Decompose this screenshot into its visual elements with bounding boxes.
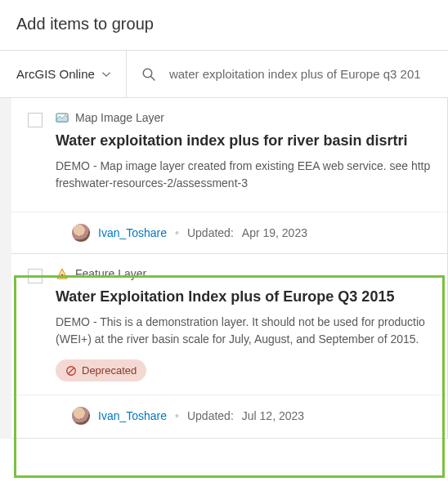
dialog-title-text: Add items to group bbox=[16, 15, 154, 33]
item-type-label: Feature Layer bbox=[75, 267, 146, 280]
search-icon bbox=[141, 67, 156, 82]
search-input[interactable] bbox=[169, 67, 433, 81]
feature-layer-icon bbox=[56, 267, 69, 280]
result-card-body: Map Image Layer Water exploitation index… bbox=[11, 98, 447, 212]
item-title[interactable]: Water exploitation index plus for river … bbox=[56, 132, 436, 149]
deprecated-badge: Deprecated bbox=[56, 359, 146, 381]
source-dropdown-label: ArcGIS Online bbox=[16, 67, 95, 81]
result-content: Map Image Layer Water exploitation index… bbox=[56, 111, 436, 198]
chevron-down-icon bbox=[101, 69, 111, 79]
item-description: DEMO - This is a demonstration layer. It… bbox=[56, 314, 436, 348]
avatar bbox=[72, 407, 90, 425]
updated-label: Updated: bbox=[187, 226, 234, 239]
deprecated-icon bbox=[65, 365, 77, 377]
updated-value: Apr 19, 2023 bbox=[242, 226, 307, 239]
svg-point-0 bbox=[143, 69, 152, 78]
result-card-footer: Ivan_Toshare • Updated: Apr 19, 2023 bbox=[11, 212, 447, 253]
item-type-row: Map Image Layer bbox=[56, 111, 436, 124]
svg-line-1 bbox=[150, 76, 155, 80]
svg-line-6 bbox=[69, 368, 74, 373]
dialog-title: Add items to group bbox=[0, 0, 448, 51]
filter-bar: ArcGIS Online bbox=[0, 51, 448, 98]
results-rail bbox=[0, 98, 11, 439]
deprecated-label: Deprecated bbox=[82, 364, 137, 377]
avatar bbox=[72, 224, 90, 242]
result-card: Map Image Layer Water exploitation index… bbox=[11, 98, 448, 254]
item-type-row: Feature Layer bbox=[56, 267, 436, 280]
map-image-layer-icon bbox=[56, 111, 69, 124]
owner-link[interactable]: Ivan_Toshare bbox=[98, 409, 167, 422]
updated-label: Updated: bbox=[187, 409, 234, 422]
select-checkbox[interactable] bbox=[28, 113, 43, 127]
results-list: Map Image Layer Water exploitation index… bbox=[0, 98, 448, 439]
item-type-label: Map Image Layer bbox=[75, 111, 164, 124]
result-card-body: Feature Layer Water Exploitation Index p… bbox=[11, 254, 447, 395]
svg-point-3 bbox=[65, 114, 67, 117]
result-card: Feature Layer Water Exploitation Index p… bbox=[11, 254, 448, 439]
result-card-footer: Ivan_Toshare • Updated: Jul 12, 2023 bbox=[11, 395, 447, 436]
separator-dot: • bbox=[175, 226, 179, 239]
source-dropdown[interactable]: ArcGIS Online bbox=[0, 51, 127, 97]
updated-value: Jul 12, 2023 bbox=[242, 409, 304, 422]
item-title[interactable]: Water Exploitation Index plus of Europe … bbox=[56, 288, 436, 306]
item-description: DEMO - Map image layer created from exis… bbox=[56, 158, 436, 192]
result-content: Feature Layer Water Exploitation Index p… bbox=[56, 267, 436, 381]
search-field[interactable] bbox=[127, 51, 448, 97]
owner-link[interactable]: Ivan_Toshare bbox=[98, 226, 167, 239]
svg-point-4 bbox=[61, 274, 64, 277]
separator-dot: • bbox=[175, 409, 179, 422]
select-checkbox[interactable] bbox=[28, 269, 43, 283]
